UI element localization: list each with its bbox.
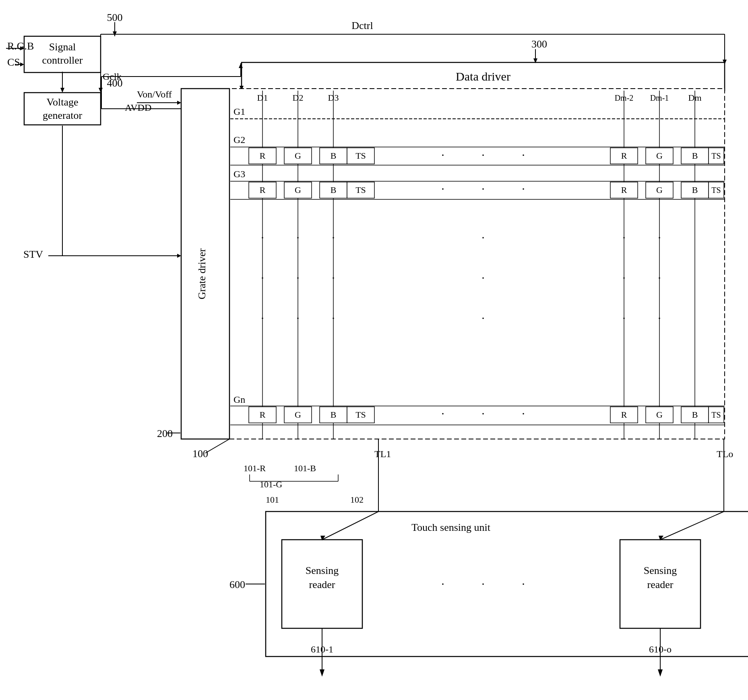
- data-driver-label: Data driver: [456, 70, 510, 83]
- mid-dot3: ·: [481, 311, 485, 325]
- right-dot3: ·: [622, 311, 626, 325]
- label-100: 100: [192, 448, 208, 460]
- label-500: 500: [107, 12, 123, 23]
- label-100-line: [205, 439, 229, 453]
- gn-dots3: ·: [522, 407, 525, 420]
- vmid-dot6: ·: [296, 311, 300, 325]
- g3-ts2-label: TS: [711, 186, 721, 195]
- g3-ts-label: TS: [355, 185, 366, 195]
- dm-label: Dm: [688, 93, 702, 103]
- dctrl-label: Dctrl: [351, 20, 373, 31]
- g2-g-label: G: [295, 151, 301, 161]
- gn-g-label: G: [295, 410, 301, 420]
- g3-r-label: R: [260, 185, 266, 195]
- stv-arrow-head: [177, 254, 181, 258]
- gn-b-label: B: [331, 410, 337, 420]
- d1-label: D1: [257, 93, 268, 103]
- sensing-reader-left-label2: reader: [309, 579, 335, 590]
- cs-label: CS: [7, 56, 20, 68]
- g3-label: G3: [233, 169, 245, 179]
- right-dot4: ·: [658, 231, 661, 244]
- sensing-reader-left-label1: Sensing: [306, 565, 339, 576]
- cs-arrow-head: [20, 62, 24, 66]
- g2-b-label: B: [331, 151, 337, 161]
- vmid-dot8: ·: [332, 271, 335, 284]
- g2-dots3: ·: [522, 148, 525, 162]
- rgb-label: R.G.B: [7, 40, 34, 52]
- gn-g2-label: G: [656, 410, 663, 420]
- tlo-label: TLo: [717, 449, 733, 459]
- right-dot1: ·: [622, 231, 626, 244]
- signal-controller-label2: controller: [42, 54, 83, 66]
- voltage-generator-label: Voltage: [47, 96, 79, 108]
- label-101r: 101-R: [244, 463, 266, 473]
- gn-dots2: ·: [481, 407, 485, 420]
- vonvoff-label: Von/Voff: [137, 89, 172, 99]
- g1-label: G1: [233, 106, 245, 117]
- vmid-dot9: ·: [332, 311, 335, 325]
- gn-dots1: ·: [441, 407, 444, 420]
- tsu-dots3: ·: [522, 577, 525, 590]
- label-101g: 101-G: [260, 479, 282, 489]
- g2-r-label: R: [260, 151, 266, 161]
- label-101b: 101-B: [294, 463, 316, 473]
- vmid-dot2: ·: [261, 271, 264, 284]
- g2-ts2-label: TS: [711, 151, 721, 160]
- grate-driver-label: Grate driver: [196, 249, 208, 300]
- right-dot6: ·: [658, 311, 661, 325]
- g2-dots2: ·: [481, 148, 485, 162]
- gn-b2-label: B: [692, 410, 698, 420]
- g2-dots1: ·: [441, 148, 444, 162]
- sensing-reader-right-label2: reader: [647, 579, 674, 590]
- g2-b2-label: B: [692, 151, 698, 161]
- diagram-container: Signal controller 500 R.G.B CS Voltage g…: [0, 0, 748, 700]
- label-200: 200: [157, 428, 173, 439]
- main-diagram: Signal controller 500 R.G.B CS Voltage g…: [0, 0, 748, 700]
- touch-sensing-label: Touch sensing unit: [411, 522, 491, 533]
- g3-g-label: G: [295, 185, 301, 195]
- g2-g2-label: G: [656, 151, 663, 161]
- vonvoff-arrow-head: [177, 101, 181, 105]
- d3-label: D3: [328, 93, 339, 103]
- vmid-dot4: ·: [296, 231, 300, 244]
- right-dot2: ·: [622, 271, 626, 284]
- output-right-arrow: [658, 669, 663, 677]
- g2-r2-label: R: [621, 151, 627, 161]
- label-600: 600: [229, 579, 245, 590]
- gn-r2-label: R: [621, 410, 627, 420]
- gclk-arrow-head: [99, 88, 103, 93]
- label-300: 300: [531, 38, 547, 50]
- g3-b-label: B: [331, 185, 337, 195]
- vmid-dot7: ·: [332, 231, 335, 244]
- label-102: 102: [350, 495, 364, 505]
- gn-ts2-label: TS: [711, 410, 721, 419]
- mid-dot1: ·: [481, 231, 485, 244]
- signal-controller-label: Signal: [49, 41, 76, 53]
- output-left-arrow: [320, 669, 324, 677]
- gn-label: Gn: [233, 394, 245, 405]
- dm2-label: Dm-2: [615, 93, 634, 102]
- voltage-generator-label2: generator: [43, 110, 83, 121]
- stv-label: STV: [23, 249, 43, 260]
- g2-label: G2: [233, 135, 245, 145]
- vmid-dot1: ·: [261, 231, 264, 244]
- g3-dots3: ·: [522, 182, 525, 195]
- gn-ts-label: TS: [355, 410, 366, 420]
- vmid-dot5: ·: [296, 271, 300, 284]
- right-dot5: ·: [658, 271, 661, 284]
- mid-dot2: ·: [481, 271, 485, 284]
- gn-r-label: R: [260, 410, 266, 420]
- sensing-reader-right-label1: Sensing: [644, 565, 677, 576]
- tsu-dots2: ·: [481, 577, 485, 590]
- d2-label: D2: [293, 93, 304, 103]
- g3-dots2: ·: [481, 182, 485, 195]
- g3-dots1: ·: [441, 182, 444, 195]
- avdd-label: AVDD: [125, 102, 151, 113]
- g3-r2-label: R: [621, 185, 627, 195]
- dm1-label: Dm-1: [650, 93, 669, 102]
- g3-g2-label: G: [656, 185, 663, 195]
- vmid-dot3: ·: [261, 311, 264, 325]
- tsu-dots1: ·: [441, 577, 444, 590]
- label-101: 101: [266, 495, 279, 505]
- tl1-label: TL1: [374, 449, 391, 459]
